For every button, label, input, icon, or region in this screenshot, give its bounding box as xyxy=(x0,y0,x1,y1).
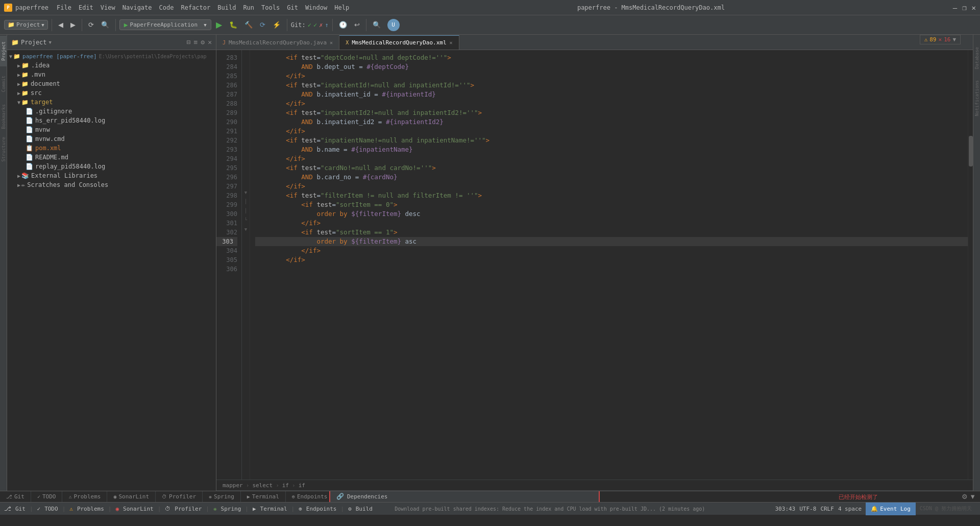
tree-scratches[interactable]: ▶ ✏ Scratches and Consoles xyxy=(7,180,216,189)
close-panel-icon[interactable]: ✕ xyxy=(208,38,212,46)
vscroll-thumb[interactable] xyxy=(969,136,973,166)
bottom-tab-sonar[interactable]: ◉ SonarLint xyxy=(107,491,156,503)
menu-tools[interactable]: Tools xyxy=(261,4,280,11)
event-log-btn[interactable]: 🔔 Event Log xyxy=(866,503,916,515)
menu-edit[interactable]: Edit xyxy=(79,4,93,11)
run-config-dropdown[interactable]: ▶ PaperFreeApplication ▼ xyxy=(119,19,211,30)
bottom-tab-endpoints[interactable]: ⊕ Endpoints xyxy=(286,491,334,503)
tab-java[interactable]: J MmsMedicalRecordQueryDao.java ✕ xyxy=(216,35,339,50)
tab-xml[interactable]: X MmsMedicalRecordQueryDao.xml ✕ xyxy=(339,35,459,50)
xml-tab-close[interactable]: ✕ xyxy=(450,40,453,45)
code-line-306 xyxy=(255,265,968,274)
menu-git[interactable]: Git xyxy=(287,4,298,11)
minimize-btn[interactable]: — xyxy=(953,4,957,12)
breadcrumb-part-if1[interactable]: if xyxy=(282,482,289,489)
dropdown-arrow-icon: ▼ xyxy=(41,22,44,28)
close-btn[interactable]: ✕ xyxy=(972,4,976,12)
project-dropdown[interactable]: 📁 Project ▼ xyxy=(4,20,48,30)
breadcrumb-part-if2[interactable]: if xyxy=(299,482,305,489)
code-line-295: <if test="cardNo!=null and cardNo!=''"> xyxy=(255,163,968,173)
tree-hserr[interactable]: 📄 hs_err_pid58440.log xyxy=(7,116,216,125)
activity-project[interactable]: Project xyxy=(0,36,7,66)
menu-navigate[interactable]: Navigate xyxy=(122,4,152,11)
problems-tab-label: Problems xyxy=(74,493,101,500)
vertical-scrollbar[interactable] xyxy=(968,50,973,480)
code-line-290: AND b.inpatient_id2 = #{inpatientId2} xyxy=(255,117,968,127)
menu-run[interactable]: Run xyxy=(243,4,254,11)
error-count: 16 xyxy=(944,36,950,43)
code-content[interactable]: <if test="deptCode!=null and deptCode!='… xyxy=(250,50,968,480)
bottom-tab-spring[interactable]: ❋ Spring xyxy=(203,491,241,503)
activity-structure[interactable]: Structure xyxy=(0,134,7,164)
bottom-tab-terminal[interactable]: ▶ Terminal xyxy=(241,491,286,503)
debug-btn[interactable]: 🐛 xyxy=(227,19,240,30)
todo-status-icon: ✓ xyxy=(37,506,41,512)
git-tab-icon: ⎇ xyxy=(6,494,12,499)
collapse-all-icon[interactable]: ⊟ xyxy=(187,38,191,46)
src-label: src xyxy=(31,89,42,97)
run-btn[interactable]: ▶ xyxy=(213,18,225,31)
indent-label[interactable]: 4 space xyxy=(838,506,862,512)
reload-btn[interactable]: ⟳ xyxy=(257,19,268,30)
activity-bookmarks[interactable]: Bookmarks xyxy=(0,101,7,132)
breadcrumb-part-select[interactable]: select xyxy=(252,482,273,489)
bottom-settings-btn[interactable]: ⚙ xyxy=(962,493,968,500)
tree-readme[interactable]: 📄 README.md xyxy=(7,153,216,162)
line-sep-label[interactable]: CRLF xyxy=(820,506,834,512)
bottom-tab-git[interactable]: ⎇ Git xyxy=(0,491,31,503)
bottom-tab-problems[interactable]: ⚠ Problems xyxy=(62,491,107,503)
java-tab-close[interactable]: ✕ xyxy=(330,40,333,45)
error-indicator[interactable]: ⚠ 89 ✕ 16 ▼ xyxy=(920,35,961,44)
search-all-btn[interactable]: 🔍 xyxy=(370,19,383,30)
tree-replay[interactable]: 📄 replay_pid58440.log xyxy=(7,162,216,171)
tree-src[interactable]: ▶ 📁 src xyxy=(7,88,216,98)
tree-external-libs[interactable]: ▶ 📚 External Libraries xyxy=(7,171,216,180)
find-btn[interactable]: 🔍 xyxy=(99,19,112,30)
tree-target[interactable]: ▼ 📁 target xyxy=(7,98,216,107)
build-btn[interactable]: 🔨 xyxy=(242,19,255,30)
menu-refactor[interactable]: Refactor xyxy=(181,4,210,11)
tree-mvnwcmd[interactable]: 📄 mvnw.cmd xyxy=(7,134,216,144)
undo-btn[interactable]: ↩ xyxy=(352,19,362,30)
bottom-collapse-btn[interactable]: ▼ xyxy=(969,493,976,500)
user-avatar[interactable]: U xyxy=(387,19,400,31)
menu-view[interactable]: View xyxy=(101,4,115,11)
forward-btn[interactable]: ▶ xyxy=(68,19,78,30)
dependencies-popup[interactable]: 🔗 Dependencies xyxy=(329,491,600,502)
activity-database[interactable]: Database xyxy=(973,38,981,79)
editor-area: J MmsMedicalRecordQueryDao.java ✕ X MmsM… xyxy=(216,35,973,491)
bottom-tab-todo[interactable]: ✓ TODO xyxy=(31,491,63,503)
filter-icon[interactable]: ⚙ xyxy=(201,38,205,46)
menu-help[interactable]: Help xyxy=(334,4,349,11)
bottom-tab-profiler[interactable]: ⏱ Profiler xyxy=(156,491,203,503)
menu-file[interactable]: File xyxy=(57,4,71,11)
tree-root[interactable]: ▼ 📁 paperfree [paper-free] E:\Users\pote… xyxy=(7,52,216,61)
ln-289: 289 xyxy=(216,108,237,117)
menu-code[interactable]: Code xyxy=(159,4,174,11)
tree-document[interactable]: ▶ 📁 document xyxy=(7,79,216,88)
tree-gitignore[interactable]: 📄 .gitignore xyxy=(7,107,216,116)
hotswap-btn[interactable]: ⚡ xyxy=(270,19,283,30)
tree-pom[interactable]: 📋 pom.xml xyxy=(7,144,216,153)
document-arrow: ▶ xyxy=(17,81,20,87)
activity-commit[interactable]: Commit xyxy=(0,68,7,99)
sync-btn[interactable]: ⟳ xyxy=(86,19,96,30)
tree-mvn[interactable]: ▶ 📁 .mvn xyxy=(7,70,216,79)
history-btn[interactable]: 🕐 xyxy=(336,19,350,30)
back-btn[interactable]: ◀ xyxy=(56,19,66,30)
ln-304: 304 xyxy=(216,246,237,255)
project-tree: ▼ 📁 paperfree [paper-free] E:\Users\pote… xyxy=(7,50,216,491)
editor-tabs: J MmsMedicalRecordQueryDao.java ✕ X MmsM… xyxy=(216,35,973,50)
menu-build[interactable]: Build xyxy=(217,4,236,11)
sort-icon[interactable]: ≡ xyxy=(194,38,198,46)
window-controls: — ❐ ✕ xyxy=(953,4,976,12)
activity-notifications[interactable]: Notifications xyxy=(973,83,981,113)
line-numbers: 283 284 285 286 287 288 289 290 291 292 … xyxy=(216,50,242,480)
tree-idea[interactable]: ▶ 📁 .idea xyxy=(7,61,216,70)
breadcrumb-part-mapper[interactable]: mapper xyxy=(223,482,243,489)
ln-302: 302 xyxy=(216,228,237,237)
encoding-label[interactable]: UTF-8 xyxy=(799,506,816,512)
menu-window[interactable]: Window xyxy=(305,4,327,11)
maximize-btn[interactable]: ❐ xyxy=(962,4,966,12)
tree-mvnw[interactable]: 📄 mvnw xyxy=(7,125,216,134)
